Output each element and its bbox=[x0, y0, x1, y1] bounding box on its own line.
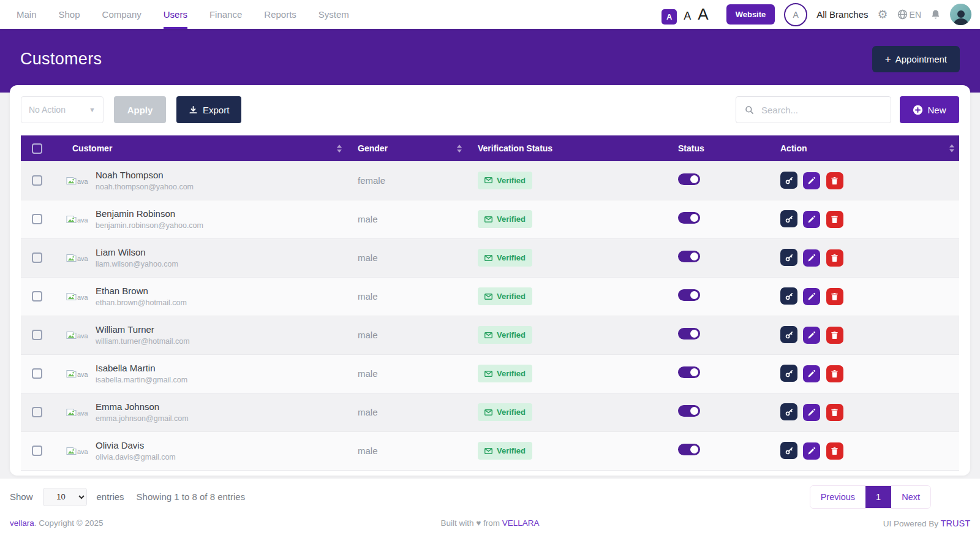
key-icon bbox=[785, 330, 794, 340]
trash-icon bbox=[831, 370, 839, 378]
font-size-small-button[interactable]: A bbox=[662, 9, 677, 25]
edit-button[interactable] bbox=[803, 327, 820, 344]
footer-brand-link[interactable]: vellara bbox=[10, 518, 34, 528]
customer-email: noah.thompson@yahoo.com bbox=[96, 183, 194, 191]
delete-button[interactable] bbox=[826, 211, 843, 228]
customers-card: No Action ▼ Apply Export New bbox=[10, 85, 970, 476]
pencil-icon bbox=[807, 176, 816, 185]
page-size-select[interactable]: 10 bbox=[43, 488, 87, 506]
nav-item-reports[interactable]: Reports bbox=[264, 0, 296, 29]
user-avatar[interactable] bbox=[950, 4, 971, 25]
customer-email: ethan.brown@hotmail.com bbox=[96, 298, 187, 307]
row-checkbox[interactable] bbox=[32, 291, 42, 302]
previous-page-button[interactable]: Previous bbox=[810, 486, 865, 508]
appointment-button[interactable]: + Appointment bbox=[872, 46, 960, 72]
password-key-button[interactable] bbox=[780, 210, 797, 227]
broken-image-icon bbox=[66, 369, 77, 378]
password-key-button[interactable] bbox=[780, 442, 797, 459]
status-toggle[interactable] bbox=[678, 289, 700, 301]
font-size-medium-button[interactable]: A bbox=[684, 10, 691, 23]
edit-button[interactable] bbox=[803, 288, 820, 305]
edit-button[interactable] bbox=[803, 442, 820, 460]
page-1-button[interactable]: 1 bbox=[865, 486, 891, 508]
column-header-status[interactable]: Status bbox=[672, 135, 773, 161]
branch-avatar[interactable]: A bbox=[784, 3, 807, 26]
edit-button[interactable] bbox=[803, 365, 820, 382]
password-key-button[interactable] bbox=[780, 326, 797, 343]
delete-button[interactable] bbox=[826, 249, 843, 267]
trash-icon bbox=[831, 331, 839, 340]
status-toggle[interactable] bbox=[678, 212, 700, 224]
broken-image-icon bbox=[66, 214, 77, 224]
customer-email: olivia.davis@gmail.com bbox=[96, 453, 176, 461]
row-checkbox[interactable] bbox=[32, 407, 42, 417]
column-header-customer[interactable]: Customer bbox=[51, 135, 352, 161]
edit-button[interactable] bbox=[803, 404, 820, 421]
entries-label: entries bbox=[97, 491, 124, 502]
nav-item-main[interactable]: Main bbox=[17, 0, 37, 29]
status-toggle[interactable] bbox=[678, 251, 700, 262]
row-checkbox[interactable] bbox=[32, 330, 42, 340]
customer-email: isabella.martin@gmail.com bbox=[96, 376, 187, 384]
nav-item-company[interactable]: Company bbox=[102, 0, 141, 29]
verified-badge: Verified bbox=[478, 365, 532, 382]
row-checkbox[interactable] bbox=[32, 446, 42, 456]
search-input[interactable] bbox=[761, 105, 882, 115]
row-checkbox[interactable] bbox=[32, 175, 42, 186]
row-checkbox[interactable] bbox=[32, 368, 42, 379]
nav-item-system[interactable]: System bbox=[318, 0, 349, 29]
delete-button[interactable] bbox=[826, 404, 843, 421]
gear-icon[interactable]: ⚙ bbox=[878, 9, 888, 20]
edit-button[interactable] bbox=[803, 211, 820, 228]
next-page-button[interactable]: Next bbox=[891, 486, 930, 508]
delete-button[interactable] bbox=[826, 172, 843, 189]
broken-image-icon bbox=[66, 253, 77, 262]
built-with-text: Built with ♥ from bbox=[440, 518, 500, 528]
status-toggle[interactable] bbox=[678, 366, 700, 378]
delete-button[interactable] bbox=[826, 327, 843, 344]
gender-cell: male bbox=[352, 316, 472, 354]
delete-button[interactable] bbox=[826, 442, 843, 460]
status-toggle[interactable] bbox=[678, 173, 700, 185]
row-checkbox[interactable] bbox=[32, 214, 42, 224]
branches-selector[interactable]: All Branches bbox=[816, 9, 868, 20]
trash-icon bbox=[831, 292, 839, 301]
password-key-button[interactable] bbox=[780, 172, 797, 189]
new-button[interactable]: New bbox=[900, 96, 959, 123]
export-button[interactable]: Export bbox=[176, 96, 241, 123]
gender-cell: male bbox=[352, 277, 472, 316]
language-selector[interactable]: EN bbox=[897, 9, 921, 20]
password-key-button[interactable] bbox=[780, 249, 797, 266]
pencil-icon bbox=[807, 408, 816, 417]
table-row: ava Noah Thompson noah.thompson@yahoo.co… bbox=[21, 161, 959, 200]
nav-item-finance[interactable]: Finance bbox=[209, 0, 242, 29]
delete-button[interactable] bbox=[826, 288, 843, 305]
delete-button[interactable] bbox=[826, 365, 843, 382]
apply-button[interactable]: Apply bbox=[114, 96, 166, 123]
edit-button[interactable] bbox=[803, 172, 820, 189]
row-checkbox[interactable] bbox=[32, 252, 42, 263]
column-header-gender[interactable]: Gender bbox=[352, 135, 472, 161]
status-toggle[interactable] bbox=[678, 405, 700, 417]
website-button[interactable]: Website bbox=[726, 4, 775, 25]
nav-item-users[interactable]: Users bbox=[164, 0, 187, 29]
pagination: Previous 1 Next bbox=[810, 485, 931, 509]
font-size-large-button[interactable]: A bbox=[698, 5, 708, 24]
password-key-button[interactable] bbox=[780, 403, 797, 420]
bulk-action-select[interactable]: No Action ▼ bbox=[21, 96, 104, 123]
status-toggle[interactable] bbox=[678, 328, 700, 340]
password-key-button[interactable] bbox=[780, 365, 797, 382]
edit-button[interactable] bbox=[803, 249, 820, 267]
notifications-bell-icon[interactable] bbox=[930, 9, 941, 20]
status-toggle[interactable] bbox=[678, 444, 700, 455]
verified-badge: Verified bbox=[478, 287, 532, 305]
select-all-checkbox[interactable] bbox=[32, 143, 42, 154]
column-header-action[interactable]: Action bbox=[773, 135, 959, 161]
broken-image-icon bbox=[66, 408, 77, 417]
footer-trust-link[interactable]: TRUST bbox=[941, 518, 970, 528]
footer-vellara-link[interactable]: VELLARA bbox=[502, 518, 540, 528]
password-key-button[interactable] bbox=[780, 287, 797, 305]
nav-item-shop[interactable]: Shop bbox=[59, 0, 80, 29]
column-header-verification[interactable]: Verification Status bbox=[472, 135, 672, 161]
gender-cell: female bbox=[352, 161, 472, 200]
